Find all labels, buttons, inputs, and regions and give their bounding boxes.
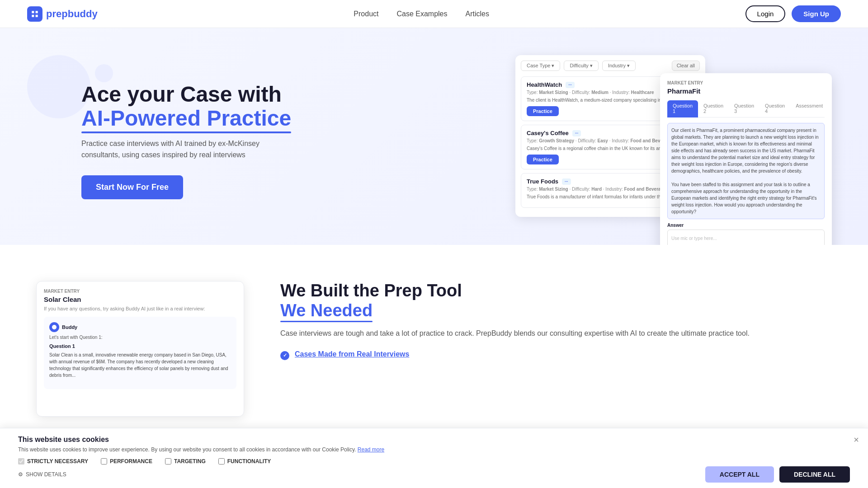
hero-text: Ace your Case with AI-Powered Practice P… xyxy=(81,83,298,199)
chat-area: Buddy Let's start with Question 1: Quest… xyxy=(44,317,236,389)
hero-section: Ace your Case with AI-Powered Practice P… xyxy=(0,28,868,245)
answer-placeholder: Use mic or type here... xyxy=(671,236,717,241)
chat-question-label: Question 1 xyxy=(49,343,231,349)
hero-title-accent: AI-Powered Practice xyxy=(81,107,291,131)
cookie-banner: × This website uses cookies This website… xyxy=(0,428,868,453)
case-tag: ··· xyxy=(566,82,575,88)
feature-link[interactable]: Real Interviews xyxy=(357,350,410,358)
solar-title: Solar Clean xyxy=(44,296,236,303)
solar-badge: Market Entry xyxy=(44,289,236,294)
nav-actions: Login Sign Up xyxy=(745,5,841,22)
case-name: HealthWatch xyxy=(527,81,562,88)
case-tag: ··· xyxy=(572,130,581,136)
chat-text: Solar Clean is a small, innovative renew… xyxy=(49,352,231,379)
section2: Market Entry Solar Clean If you have any… xyxy=(0,245,868,444)
mock-tabs: Question 1 Question 2 Question 3 Questio… xyxy=(667,100,825,117)
deco-circle-1 xyxy=(27,55,90,118)
nav-case-examples[interactable]: Case Examples xyxy=(396,10,447,18)
nav-product[interactable]: Product xyxy=(354,10,378,18)
navbar: prepbuddy Product Case Examples Articles… xyxy=(0,0,868,28)
hero-subtitle: Practice case interviews with AI trained… xyxy=(81,138,298,161)
nav-links: Product Case Examples Articles xyxy=(354,10,489,18)
section2-heading-accent: We Needed xyxy=(280,301,373,321)
hero-mock-ui: Case Type ▾ Difficulty ▾ Industry ▾ Clea… xyxy=(515,55,832,227)
hero-title: Ace your Case with AI-Powered Practice xyxy=(81,83,298,131)
tab-question-1[interactable]: Question 1 xyxy=(667,100,698,117)
tab-question-2[interactable]: Question 2 xyxy=(698,100,729,117)
answer-label: Answer xyxy=(667,223,825,228)
answer-box[interactable]: Use mic or type here... xyxy=(667,230,825,245)
section2-right: We Built the Prep Tool We Needed Case in… xyxy=(280,281,832,360)
chat-intro: Let's start with Question 1: xyxy=(49,335,231,340)
cookie-read-more[interactable]: Read more xyxy=(358,446,384,453)
question-text: Our client is PharmaFit, a prominent pha… xyxy=(667,123,825,219)
mock-filters: Case Type ▾ Difficulty ▾ Industry ▾ Clea… xyxy=(521,61,700,71)
tab-question-4[interactable]: Question 4 xyxy=(760,100,790,117)
logo[interactable]: prepbuddy xyxy=(27,6,98,22)
logo-icon xyxy=(27,6,42,22)
feature-check-icon xyxy=(280,351,289,360)
solar-hint: If you have any questions, try asking Bu… xyxy=(44,306,236,311)
filter-case-type[interactable]: Case Type ▾ xyxy=(521,61,560,71)
section2-heading: We Built the Prep Tool We Needed xyxy=(280,281,832,320)
buddy-name: Buddy xyxy=(62,324,77,330)
deco-circle-2 xyxy=(95,64,113,82)
practice-button-healthwatch[interactable]: Practice xyxy=(527,106,559,116)
case-tag: ··· xyxy=(562,178,571,185)
tab-assessment[interactable]: Assessment xyxy=(790,100,828,117)
mock-interview-card: Market Entry PharmaFit Question 1 Questi… xyxy=(660,73,832,245)
buddy-icon xyxy=(49,322,59,332)
cookie-title: This website uses cookies xyxy=(18,436,850,444)
login-button[interactable]: Login xyxy=(745,5,786,22)
nav-articles[interactable]: Articles xyxy=(466,10,489,18)
tab-question-3[interactable]: Question 3 xyxy=(729,100,760,117)
case-name: True Foods xyxy=(527,178,558,185)
section2-subtitle: Case interviews are tough and take a lot… xyxy=(280,328,832,339)
cookie-close-button[interactable]: × xyxy=(854,435,859,445)
start-now-button[interactable]: Start Now For Free xyxy=(81,175,183,199)
section2-left: Market Entry Solar Clean If you have any… xyxy=(36,281,244,417)
cookie-desc: This website uses cookies to improve use… xyxy=(18,446,850,453)
feature-text: Cases Made from Real Interviews xyxy=(295,350,409,358)
card-badge: Market Entry xyxy=(667,80,825,85)
section2-feature: Cases Made from Real Interviews xyxy=(280,350,832,360)
filter-industry[interactable]: Industry ▾ xyxy=(602,61,636,71)
buddy-label: Buddy xyxy=(49,322,231,332)
filter-difficulty[interactable]: Difficulty ▾ xyxy=(564,61,598,71)
logo-text: prepbuddy xyxy=(46,8,98,20)
case-name: Casey's Coffee xyxy=(527,130,569,136)
practice-button-caseys[interactable]: Practice xyxy=(527,155,559,164)
card-title: PharmaFit xyxy=(667,87,825,95)
signup-button[interactable]: Sign Up xyxy=(792,5,841,22)
filter-clear-all[interactable]: Clear all xyxy=(672,61,700,71)
solar-card: Market Entry Solar Clean If you have any… xyxy=(36,281,244,417)
